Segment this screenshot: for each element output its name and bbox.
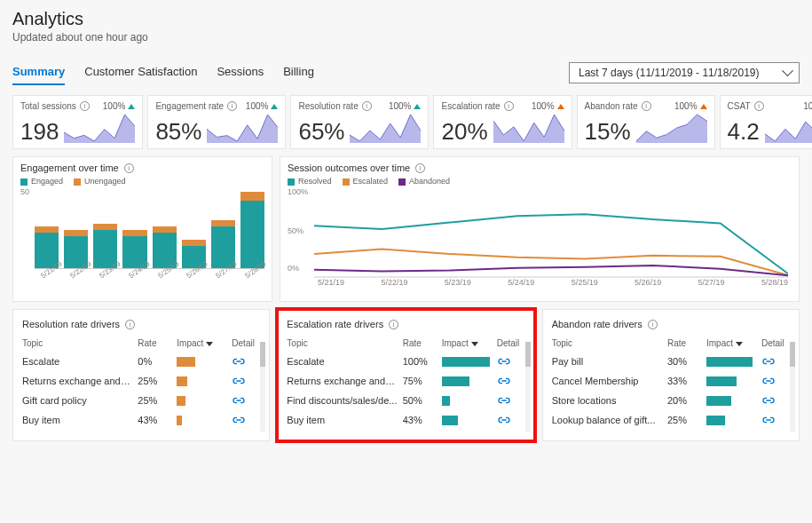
kpi-title: Abandon rate [585,101,638,111]
kpi-value: 20% [441,120,487,143]
outcomes-line-chart [314,193,788,278]
tab-customer-satisfaction[interactable]: Customer Satisfaction [84,59,197,85]
trend-up-icon [271,104,278,109]
table-row: Returns exchange and r... 75% [287,371,524,391]
col-rate[interactable]: Rate [138,338,171,348]
cell-rate: 43% [403,415,437,425]
table-row: Find discounts/sales/de... 50% [287,391,524,410]
cell-rate: 25% [138,376,171,386]
cell-impact [442,416,492,425]
bar-segment-unengaged [64,230,88,236]
info-icon[interactable] [227,101,237,111]
detail-link-icon[interactable] [761,396,790,405]
detail-link-icon[interactable] [497,396,525,405]
svg-marker-2 [350,115,421,143]
y-axis-label: 50 [20,187,29,196]
detail-link-icon[interactable] [232,376,260,385]
col-rate[interactable]: Rate [403,338,437,348]
info-icon[interactable] [754,101,764,111]
page-subtitle: Updated about one hour ago [12,31,800,44]
table-row: Buy item 43% [22,410,260,430]
detail-link-icon[interactable] [497,416,525,424]
table-row: Cancel Membership 33% [552,371,790,391]
cell-impact [177,357,226,367]
info-icon[interactable] [642,101,651,111]
engagement-x-axis: 5/21/195/22/195/23/195/24/195/25/195/26/… [35,269,264,281]
detail-link-icon[interactable] [761,357,790,366]
date-range-label: Last 7 days (11/11/2019 - 11/18/2019) [579,67,759,79]
col-topic[interactable]: Topic [287,338,397,348]
cell-rate: 20% [667,395,701,406]
kpi-sparkline [350,113,421,143]
cell-impact [706,416,756,425]
cell-impact [177,376,226,386]
trend-up-icon [557,104,564,109]
kpi-change: 100% [103,101,136,111]
kpi-title: Escalation rate [441,101,500,111]
detail-link-icon[interactable] [761,416,790,424]
detail-link-icon[interactable] [232,416,260,424]
info-icon[interactable] [124,163,134,173]
detail-link-icon[interactable] [761,376,790,385]
cell-topic: Escalate [287,356,397,367]
col-topic[interactable]: Topic [22,338,132,348]
detail-link-icon[interactable] [497,376,525,385]
trend-up-icon [128,104,135,109]
detail-link-icon[interactable] [232,396,260,405]
bar-segment-unengaged [211,220,235,226]
bar-segment-unengaged [93,224,117,230]
kpi-sparkline [207,113,278,143]
y-100: 100% [288,187,308,196]
cell-rate: 33% [667,376,701,386]
info-icon[interactable] [504,101,514,111]
scrollbar[interactable] [260,342,265,432]
x-tick: 5/24/19 [508,278,534,287]
date-range-dropdown[interactable]: Last 7 days (11/11/2019 - 11/18/2019) [569,62,800,83]
bar-segment-unengaged [240,192,264,202]
cell-topic: Buy item [22,415,132,425]
info-icon[interactable] [362,101,372,111]
tab-billing[interactable]: Billing [283,59,314,85]
tab-sessions[interactable]: Sessions [217,59,264,85]
cell-rate: 100% [403,356,437,367]
bar-segment-unengaged [35,226,59,233]
info-icon[interactable] [415,163,425,173]
col-topic[interactable]: Topic [552,338,662,348]
info-icon[interactable] [389,320,398,329]
col-rate[interactable]: Rate [667,338,701,348]
scrollbar[interactable] [790,342,795,432]
svg-marker-1 [207,115,278,143]
col-impact[interactable]: Impact [706,338,756,348]
col-detail: Detail [232,338,260,348]
kpi-sparkline [765,113,812,143]
kpi-row: Total sessions 100% 198 Engagement rate … [12,95,800,149]
kpi-card: Abandon rate 100% 15% [577,95,715,149]
detail-link-icon[interactable] [232,357,260,366]
cell-rate: 25% [667,415,701,425]
tab-summary[interactable]: Summary [12,59,65,85]
cell-impact [706,357,756,367]
cell-topic: Buy item [287,415,397,425]
col-impact[interactable]: Impact [177,338,226,348]
engagement-card-title: Engagement over time [20,162,119,173]
kpi-card: Escalation rate 100% 20% [433,95,572,149]
cell-topic: Store locations [552,395,662,406]
table-row: Lookup balance of gift... 25% [552,410,790,430]
scrollbar[interactable] [525,342,531,432]
info-icon[interactable] [80,101,90,111]
x-tick: 5/21/19 [318,278,344,287]
detail-link-icon[interactable] [497,357,525,366]
kpi-sparkline [636,113,707,143]
col-impact[interactable]: Impact [442,338,492,348]
legend-unengaged: Unengaged [74,177,126,186]
cell-topic: Cancel Membership [552,376,662,386]
cell-rate: 25% [138,395,171,406]
kpi-card: Resolution rate 100% 65% [290,95,429,149]
svg-marker-3 [493,115,564,143]
info-icon[interactable] [648,320,658,329]
svg-marker-0 [64,115,135,143]
info-icon[interactable] [125,320,135,329]
kpi-change: 100% [246,101,279,111]
kpi-value: 65% [298,120,344,143]
cell-impact [442,396,492,406]
